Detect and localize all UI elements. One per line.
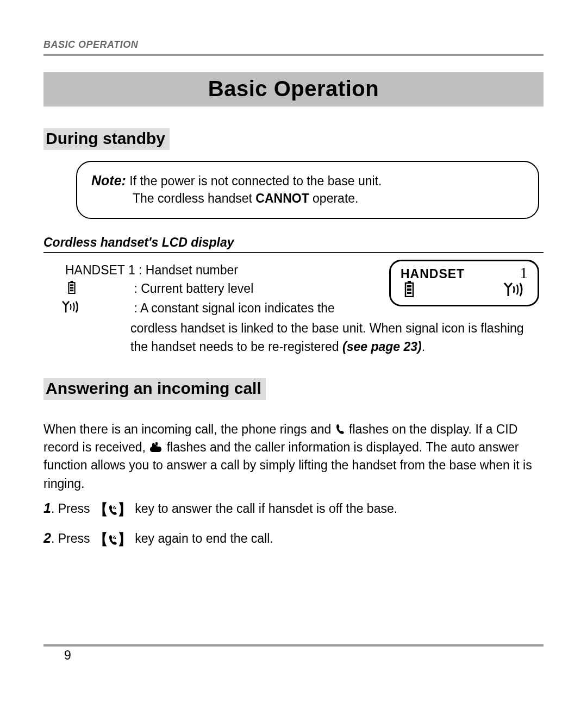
header-rule <box>43 54 544 56</box>
note-label: Note: <box>91 173 126 188</box>
step-1: 1. Press 【】 key to answer the call if ha… <box>43 496 544 523</box>
step-1a: . Press <box>51 501 93 516</box>
handset-number-prefix: HANDSET 1 <box>65 263 135 277</box>
step-2b: key again to end the call. <box>132 531 273 545</box>
note-box: Note: If the power is not connected to t… <box>76 161 539 219</box>
signal-icon <box>501 282 524 299</box>
svg-rect-17 <box>155 444 158 445</box>
svg-rect-2 <box>407 285 411 287</box>
svg-line-13 <box>63 302 66 305</box>
signal-desc-1: : A constant signal icon indicates the <box>134 299 335 318</box>
running-header: BASIC OPERATION <box>43 39 544 51</box>
note-line2b: operate. <box>309 191 359 205</box>
signal-icon <box>59 300 80 319</box>
page-title: Basic Operation <box>43 72 544 106</box>
footer-rule <box>43 644 544 647</box>
answering-paragraph: When there is an incoming call, the phon… <box>43 421 544 493</box>
lcd-handset-number: 1 <box>520 263 528 282</box>
note-line1: If the power is not connected to the bas… <box>126 174 382 188</box>
lcd-figure: HANDSET 1 <box>389 260 539 306</box>
step-2-num: 2 <box>43 530 51 545</box>
para1a: When there is an incoming call, the phon… <box>43 422 335 436</box>
svg-rect-3 <box>407 288 411 291</box>
lcd-description-area: HANDSET 1 <box>43 261 544 356</box>
note-cannot: CANNOT <box>255 191 309 205</box>
svg-point-16 <box>155 442 158 444</box>
handset-icon <box>335 422 346 436</box>
svg-line-14 <box>66 302 69 305</box>
svg-rect-4 <box>407 292 411 294</box>
subheading-lcd: Cordless handset's LCD display <box>43 235 544 250</box>
section-during-standby: During standby <box>43 128 170 150</box>
note-line2a: The cordless handset <box>91 191 255 205</box>
step-1-num: 1 <box>43 500 51 516</box>
signal-period: . <box>422 340 425 354</box>
talk-key-icon: 【】 <box>93 531 132 548</box>
step-2a: . Press <box>51 531 93 545</box>
battery-desc: : Current battery level <box>134 279 253 298</box>
svg-line-6 <box>508 283 512 287</box>
talk-key-icon: 【】 <box>93 501 132 518</box>
battery-icon <box>404 281 415 299</box>
lcd-handset-label: HANDSET <box>401 267 465 281</box>
svg-rect-12 <box>70 290 73 291</box>
handset-number-desc: : Handset number <box>135 263 238 277</box>
svg-line-5 <box>504 283 508 287</box>
section-answering-call: Answering an incoming call <box>43 378 266 400</box>
cid-icon <box>149 440 163 454</box>
svg-rect-11 <box>70 287 73 288</box>
see-page-ref: (see page 23) <box>342 340 422 354</box>
step-1b: key to answer the call if hansdet is off… <box>132 501 397 516</box>
sub-rule <box>43 252 544 253</box>
signal-wrap: cordless handset is linked to the base u… <box>130 321 524 354</box>
step-2: 2. Press 【】 key again to end the call. <box>43 526 544 553</box>
page-number: 9 <box>64 648 71 663</box>
battery-icon <box>61 280 83 299</box>
svg-rect-10 <box>70 284 73 286</box>
